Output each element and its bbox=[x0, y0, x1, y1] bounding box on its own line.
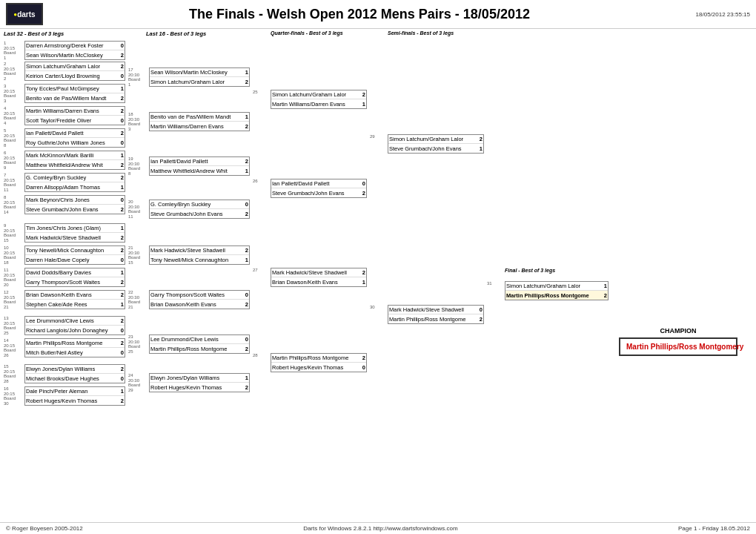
match-sf-29: Simon Latchum/Graham Lalor2 Steve Grumba… bbox=[388, 134, 484, 154]
footer-software: Darts for Windows 2.8.2.1 http://www.dar… bbox=[303, 525, 458, 532]
match-qf-25: Simon Latchum/Graham Lalor2 Martin Willi… bbox=[271, 90, 367, 109]
match-r32-15: Elwyn Jones/Dylan Williams2 Michael Broo… bbox=[24, 364, 125, 383]
sf-label: Semi-finals - Best of 3 legs bbox=[388, 30, 454, 36]
champion-section: CHAMPION Martin Phillips/Ross Montgomery bbox=[619, 327, 737, 356]
match-r32-1-p1-row: Darren Armstrong/Derek Foster0 bbox=[25, 42, 125, 50]
match-r16-20: G. Comley/Bryn Suckley0 Steve Grumbach/J… bbox=[149, 200, 250, 219]
match-r32-5: Ian Pallett/David Pallett2 Roy Guthrie/J… bbox=[24, 128, 125, 148]
r32-label: Last 32 - Best of 3 legs bbox=[4, 30, 126, 37]
logo: ●darts bbox=[6, 3, 43, 25]
match-r32-2-p1-row: Simon Latchum/Graham Lalor2 bbox=[25, 62, 125, 71]
match-sf-30: Mark Hadwick/Steve Shadwell0 Martin Phil… bbox=[388, 305, 484, 324]
champion-label: CHAMPION bbox=[619, 327, 737, 334]
match-qf-28: Martin Phillips/Ross Montgome2 Robert Hu… bbox=[271, 353, 367, 372]
match-qf-27: Mark Hadwick/Steve Shadwell2 Brian Dawso… bbox=[271, 268, 367, 287]
match-r32-11: David Dodds/Barry Davies1 Garry Thompson… bbox=[24, 268, 125, 287]
match-r16-23: Lee Drummond/Clive Lewis0 Martin Phillip… bbox=[149, 334, 250, 354]
match-r16-19: Ian Pallett/David Pallett2 Matthew Whitf… bbox=[149, 156, 250, 176]
match-r32-13: Lee Drummond/Clive Lewis2 Richard Langlo… bbox=[24, 316, 125, 335]
page-header: ●darts The Finals - Welsh Open 2012 Mens… bbox=[0, 0, 756, 29]
match-r32-1: Darren Armstrong/Derek Foster0 Sean Wils… bbox=[24, 41, 125, 60]
r16-label: Last 16 - Best of 3 legs bbox=[146, 30, 206, 37]
champion-name: Martin Phillips/Ross Montgomery bbox=[619, 337, 737, 356]
col-last32: Last 32 - Best of 3 legs 120:15Board1 Da… bbox=[4, 30, 126, 39]
page-footer: © Roger Boyesen 2005-2012 Darts for Wind… bbox=[0, 522, 756, 534]
match-r32-4: Martin Williams/Darren Evans2 Scott Tayl… bbox=[24, 106, 125, 125]
bracket-wrapper: Last 32 - Best of 3 legs 120:15Board1 Da… bbox=[4, 30, 752, 520]
match-1: 120:15Board1 bbox=[4, 41, 16, 60]
match-r32-12: Brian Dawson/Keith Evans2 Stephen Cake/A… bbox=[24, 290, 125, 309]
timestamp: 18/05/2012 23:55:15 bbox=[676, 11, 750, 18]
match-r32-6: Mark McKinnon/Mark Barilli1 Matthew Whit… bbox=[24, 151, 125, 170]
match-r16-21: Mark Hadwick/Steve Shadwell2 Tony Newell… bbox=[149, 245, 250, 265]
match-r32-10: Tony Newell/Mick Connaughton2 Darren Hal… bbox=[24, 245, 125, 265]
match-r32-2-p2-row: Keirion Carter/Lloyd Browning0 bbox=[25, 71, 125, 80]
match-r16-18: Benito van de Pas/Willem Mandt1 Martin W… bbox=[149, 112, 250, 131]
match-r16-17: Sean Wilson/Martin McCloskey1 Simon Latc… bbox=[149, 67, 250, 87]
match-r32-9: Tim Jones/Chris Jones (Glam)1 Mark Hadwi… bbox=[24, 223, 125, 243]
match-r16-22: Garry Thompson/Scott Waites0 Brian Dawso… bbox=[149, 290, 250, 309]
match-r32-1-p2-row: Sean Wilson/Martin McCloskey2 bbox=[25, 50, 125, 59]
match-r32-2: Simon Latchum/Graham Lalor2 Keirion Cart… bbox=[24, 62, 125, 81]
footer-copyright: © Roger Boyesen 2005-2012 bbox=[6, 525, 83, 532]
match-r16-24: Elwyn Jones/Dylan Williams1 Robert Huges… bbox=[149, 373, 250, 392]
page-title: The Finals - Welsh Open 2012 Mens Pairs … bbox=[43, 7, 676, 22]
match-qf-26: Ian Pallett/David Pallett0 Steve Grumbac… bbox=[271, 179, 367, 198]
match-r32-3: Tony Eccles/Paul McGimpsey1 Benito van d… bbox=[24, 84, 125, 103]
match-r32-16: Dale Pinch/Peter Aleman1 Robert Huges/Ke… bbox=[24, 386, 125, 406]
match-r32-7: G. Comley/Bryn Suckley2 Darren Allsopp/A… bbox=[24, 173, 125, 192]
match-r32-14: Martin Phillips/Ross Montgome2 Mitch But… bbox=[24, 338, 125, 357]
match-r32-8: Mark Beynon/Chris Jones0 Steve Grumbach/… bbox=[24, 195, 125, 214]
match-final-31: Simon Latchum/Graham Lalor1 Martin Phill… bbox=[505, 281, 609, 300]
footer-page: Page 1 - Friday 18.05.2012 bbox=[678, 525, 750, 532]
final-label: Final - Best of 3 legs bbox=[505, 268, 555, 273]
qf-label: Quarter-finals - Best of 3 legs bbox=[271, 30, 343, 36]
